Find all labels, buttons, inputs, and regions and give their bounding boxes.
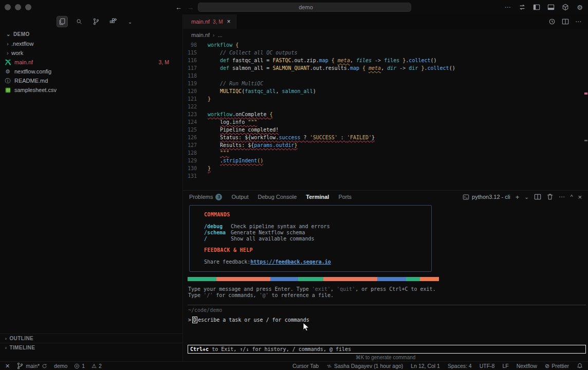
status-spaces-4[interactable]: Spaces: 4 (448, 363, 472, 369)
activity-files[interactable] (57, 16, 68, 27)
traffic-lights[interactable] (0, 4, 31, 10)
chevron-up-icon[interactable]: ^ (571, 194, 573, 200)
status-close-x[interactable]: ✕ (5, 362, 10, 369)
ellipsis-icon[interactable]: ⋯ (504, 3, 512, 11)
file-row-README-md[interactable]: ⓘREADME.md (0, 76, 182, 85)
feedback-section-title: FEEDBACK & HELP (204, 247, 431, 253)
command-name[interactable]: /debug (204, 224, 231, 229)
activity-chevron-down[interactable]: ⌄ (124, 16, 136, 27)
breadcrumb[interactable]: main.nf › ... (183, 29, 588, 41)
command-center-search[interactable]: demo (198, 3, 411, 12)
close-icon[interactable]: × (578, 193, 582, 201)
file-name: README.md (14, 78, 182, 84)
command-row: /debugCheck pipeline syntax and errors (204, 223, 431, 229)
line-number: 122 (183, 104, 197, 109)
line-number: 128 (183, 150, 197, 156)
file-row-nextflow-config[interactable]: ⚙nextflow.config (0, 67, 182, 76)
editor-tab-bar: main.nf 3, M × ⋯ (183, 14, 588, 29)
trash-icon[interactable] (546, 193, 554, 200)
line-number: 119 (183, 81, 197, 86)
history-icon[interactable] (548, 18, 556, 25)
breadcrumb-file[interactable]: main.nf (191, 32, 210, 38)
command-name[interactable]: / (204, 236, 231, 242)
terminal-panel: Problems3OutputDebug ConsoleTerminalPort… (183, 190, 588, 361)
panel-tab-label: Problems (189, 194, 213, 200)
close-tab-icon[interactable]: × (227, 18, 231, 25)
file-row-work[interactable]: ›work (0, 48, 182, 58)
status-sasha-dagayev-1-hour-ago-[interactable]: Sasha Dagayev (1 hour ago) (326, 363, 403, 369)
chevron-right-icon: › (4, 50, 11, 56)
command-name[interactable]: /schema (204, 230, 231, 235)
status-label: 2 (99, 363, 102, 369)
split-icon[interactable] (562, 18, 569, 25)
chevron-down-icon[interactable]: ⌄ (524, 194, 528, 200)
status-label: UTF-8 (480, 363, 495, 369)
explorer-title: DEMO (13, 31, 30, 37)
terminal-status-line: Ctrl+c to Exit, ↑/↓ for history, / comma… (188, 345, 586, 354)
terminal-instance-python[interactable]: python3.12 - cli (463, 194, 510, 200)
code-line: 129.stripIndent() (183, 157, 588, 164)
status-bell[interactable] (577, 363, 583, 369)
cube-icon[interactable] (561, 3, 569, 11)
file-name: main.nf (14, 59, 159, 65)
code-text: Status: ${workflow.success ? 'SUCCESS' :… (197, 135, 375, 140)
warning-icon: ⚠ (91, 363, 97, 369)
panel-bottom-icon[interactable] (547, 3, 555, 11)
panel-tab-problems[interactable]: Problems3 (189, 194, 222, 200)
problems-count-badge: 3 (215, 194, 222, 200)
terminal-body[interactable]: COMMANDS/debugCheck pipeline syntax and … (183, 203, 588, 361)
ellipsis-icon[interactable]: ⋯ (559, 193, 565, 200)
status-nextflow[interactable]: Nextflow (517, 363, 537, 369)
file-row-samplesheet-csv[interactable]: samplesheet.csv (0, 85, 182, 95)
status-1[interactable]: 1 (74, 362, 85, 369)
status-lf[interactable]: LF (502, 363, 508, 369)
section-outline[interactable]: ›OUTLINE (0, 334, 182, 343)
status-ln-12-col-1[interactable]: Ln 12, Col 1 (411, 363, 440, 369)
cli-prompt[interactable]: >Describe a task or use / for commands (188, 317, 309, 323)
minimize-window-button[interactable] (15, 4, 21, 10)
line-number: 131 (183, 173, 197, 179)
explorer-header[interactable]: ⌄ DEMO (0, 29, 182, 39)
panel-left-icon[interactable] (532, 3, 541, 11)
panel-tab-debug-console[interactable]: Debug Console (258, 194, 297, 200)
status-demo[interactable]: demo (54, 362, 67, 369)
code-line: 117def salmon_all = SALMON_QUANT.out.res… (183, 64, 588, 72)
chevron-right-icon: › (5, 345, 7, 350)
file-row-main-nf[interactable]: main.nf3, M (0, 58, 182, 67)
panel-tab-terminal[interactable]: Terminal (306, 194, 329, 200)
swap-icon[interactable] (518, 3, 526, 11)
status-cursor-tab[interactable]: Cursor Tab (292, 363, 319, 369)
panel-tab-ports[interactable]: Ports (338, 194, 352, 200)
status-prettier[interactable]: ⊘Prettier (545, 363, 569, 369)
file-row--nextflow[interactable]: ›.nextflow (0, 39, 182, 48)
command-description: Generate Nextflow schema (231, 230, 305, 235)
panel-tab-output[interactable]: Output (231, 194, 248, 200)
code-text: def salmon_all = SALMON_QUANT.out.result… (197, 65, 455, 71)
error-icon (74, 363, 80, 369)
status-label: main* (26, 363, 40, 369)
ellipsis-icon[interactable]: ⋯ (575, 18, 582, 25)
feedback-link[interactable]: https://feedback.seqera.io (250, 259, 331, 265)
file-name: samplesheet.csv (14, 87, 182, 93)
close-window-button[interactable] (5, 4, 11, 10)
status-utf-8[interactable]: UTF-8 (480, 363, 495, 369)
status-2[interactable]: ⚠2 (91, 362, 102, 369)
breadcrumb-symbol[interactable]: ... (217, 32, 222, 38)
activity-extensions[interactable] (107, 16, 119, 27)
status-label: demo (54, 363, 67, 369)
branch-icon (16, 362, 24, 369)
section-timeline[interactable]: ›TIMELINE (0, 343, 182, 352)
title-bar: ← → demo ⋯⚙ (0, 0, 588, 14)
command-description: Check pipeline syntax and errors (231, 224, 330, 229)
code-editor[interactable]: 98workflow {115// Collect all QC outputs… (183, 41, 588, 190)
tab-main-nf[interactable]: main.nf 3, M × (183, 14, 236, 29)
plus-icon[interactable]: + (516, 193, 520, 201)
back-arrow-icon[interactable]: ← (175, 4, 182, 11)
line-number: 124 (183, 119, 197, 125)
maximize-window-button[interactable] (25, 4, 31, 10)
gear-icon[interactable]: ⚙ (576, 3, 584, 11)
status-main-[interactable]: main* (16, 362, 47, 369)
activity-search[interactable] (74, 16, 85, 27)
split-icon[interactable] (534, 193, 541, 200)
activity-branch[interactable] (90, 16, 102, 27)
